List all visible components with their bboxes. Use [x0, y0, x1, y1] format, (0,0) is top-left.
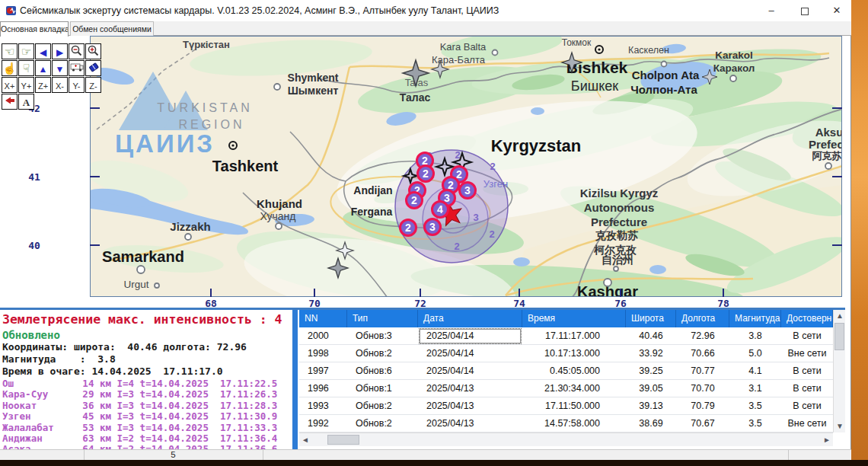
table-cell[interactable]: 3.5 [729, 397, 781, 415]
table-cell[interactable]: Обнов:2 [347, 415, 418, 432]
table-cell[interactable]: Обнов:3 [347, 327, 418, 345]
axis-tick [832, 107, 842, 109]
table-cell[interactable]: 1992 [299, 415, 347, 432]
vscroll-thumb[interactable] [834, 323, 844, 350]
city-alert-line: Андижан 63 км I=2 t=14.04.2025 17.11:36.… [2, 432, 277, 444]
table-cell[interactable]: 38.69 [626, 415, 676, 432]
table-cell[interactable]: 5.0 [729, 345, 781, 362]
table-cell[interactable]: 70.79 [676, 397, 729, 415]
table-cell[interactable]: Обнов:2 [347, 397, 418, 415]
table-cell[interactable]: 1996 [299, 380, 347, 397]
table-cell[interactable]: 4.1 [729, 362, 781, 380]
close-button[interactable]: ✕ [824, 0, 850, 21]
table-cell[interactable]: 39.13 [626, 397, 676, 415]
table-header-2[interactable]: Дата [418, 310, 522, 327]
table-header-4[interactable]: Широта [626, 310, 676, 327]
table-cell[interactable]: 3.5 [729, 415, 781, 432]
table-cell[interactable]: В сети [781, 397, 833, 415]
minimize-button[interactable]: – [758, 0, 784, 21]
tab-main[interactable]: Основная вкладка [0, 21, 69, 37]
ambulance-button[interactable] [69, 60, 85, 76]
table-cell[interactable]: 2025/04/14 [418, 345, 522, 362]
z-plus-button[interactable]: Z+ [35, 77, 51, 93]
table-cell[interactable]: 40.46 [626, 327, 676, 345]
table-cell[interactable]: 72.96 [676, 327, 729, 345]
pan-right-button[interactable]: ☞ [18, 43, 34, 59]
axis-tick [420, 289, 421, 297]
app-window: Сейсмикалык эскертуу системасы кардары. … [0, 0, 851, 460]
x-plus-button[interactable]: X+ [2, 77, 18, 93]
table-cell[interactable]: 1993 [299, 397, 347, 415]
y-plus-button[interactable]: Y+ [18, 77, 34, 93]
table-cell[interactable]: 70.66 [676, 345, 729, 362]
zoom-in-button[interactable] [85, 43, 101, 59]
table-cell[interactable]: В сети [781, 362, 833, 380]
table-cell[interactable]: 2025/04/13 [418, 397, 522, 415]
table-cell[interactable]: 21.30:34.000 [522, 380, 626, 397]
alert-title: Землетрясение макс. интенсивность : 4 [2, 312, 282, 327]
tab-messages[interactable]: Обмен сообщениями [70, 21, 154, 36]
step-right-button[interactable]: ▶ [52, 43, 68, 59]
table-cell[interactable]: Вне сети [781, 345, 833, 362]
table-header-3[interactable]: Время [522, 310, 626, 327]
maximize-button[interactable] [792, 0, 818, 21]
status-page-indicator: 5 [84, 450, 263, 459]
zoom-in-icon [87, 44, 100, 57]
table-header-6[interactable]: Магнитуда [729, 310, 781, 327]
scroll-left-arrow[interactable]: ◄ [299, 433, 311, 447]
intensity-marker: 4 [431, 200, 449, 219]
annotate-button[interactable]: A [18, 94, 34, 110]
zoom-out-button[interactable] [69, 43, 85, 59]
table-cell[interactable]: 2025/04/13 [418, 415, 522, 432]
table-cell[interactable]: 3.8 [729, 327, 781, 345]
table-cell[interactable]: 33.92 [626, 345, 676, 362]
events-table: NNТипДатаВремяШиротаДолготаМагнитудаДост… [299, 310, 833, 446]
table-header-5[interactable]: Долгота [676, 310, 729, 327]
table-cell[interactable]: 39.25 [626, 362, 676, 380]
map-panel[interactable]: ТүркістанTURKISTANREGIONShymkentШымкентK… [90, 36, 842, 297]
y-minus-button[interactable]: Y- [69, 77, 85, 93]
table-cell[interactable]: 1998 [299, 345, 347, 362]
table-cell[interactable]: 39.05 [626, 380, 676, 397]
vertical-scrollbar[interactable]: ▲ ▼ [833, 310, 845, 432]
pan-left-button[interactable]: ☜ [2, 43, 18, 59]
z-minus-button[interactable]: Z- [85, 77, 101, 93]
step-up-button[interactable]: ▲ [35, 60, 51, 76]
horizontal-scrollbar[interactable]: ◄ ► [299, 432, 833, 446]
pan-up-button[interactable]: ☝ [2, 60, 18, 76]
table-cell[interactable]: 10.17:13.000 [522, 345, 626, 362]
table-cell[interactable]: В сети [781, 327, 833, 345]
scroll-up-arrow[interactable]: ▲ [834, 310, 846, 322]
table-header-1[interactable]: Тип [347, 310, 418, 327]
table-cell[interactable]: Вне сети [781, 415, 833, 432]
table-cell[interactable]: В сети [781, 380, 833, 397]
hscroll-thumb[interactable] [327, 435, 359, 445]
table-cell[interactable]: 70.77 [676, 362, 729, 380]
table-cell[interactable]: 0.45:05.000 [522, 362, 626, 380]
table-cell[interactable]: 70.67 [676, 415, 729, 432]
table-cell[interactable]: 2025/04/14 [418, 362, 522, 380]
table-header-0[interactable]: NN [299, 310, 347, 327]
axis-tick [210, 289, 212, 297]
table-cell[interactable]: Обнов:6 [347, 362, 418, 380]
book-button[interactable] [85, 60, 101, 76]
table-cell[interactable]: Обнов:2 [347, 345, 418, 362]
table-cell[interactable]: 1997 [299, 362, 347, 380]
table-cell[interactable]: 17.11:50.000 [522, 397, 626, 415]
table-cell[interactable]: 70.70 [676, 380, 729, 397]
scroll-down-arrow[interactable]: ▼ [834, 420, 846, 432]
table-header-7[interactable]: Достоверность [781, 310, 833, 327]
table-cell[interactable]: 14.57:58.000 [522, 415, 626, 432]
table-cell[interactable]: 3.1 [729, 380, 781, 397]
table-cell[interactable]: 2000 [299, 327, 347, 345]
scroll-right-arrow[interactable]: ► [821, 433, 833, 447]
pan-down-button[interactable]: ☟ [18, 60, 34, 76]
back-button[interactable] [2, 94, 18, 110]
step-down-button[interactable]: ▼ [52, 60, 68, 76]
vertical-splitter[interactable] [292, 310, 298, 449]
table-cell[interactable]: 2025/04/13 [418, 380, 522, 397]
table-cell[interactable]: 17.11:17.000 [522, 327, 626, 345]
x-minus-button[interactable]: X- [52, 77, 68, 93]
table-cell[interactable]: Обнов:1 [347, 380, 418, 397]
step-left-button[interactable]: ◀ [35, 43, 51, 59]
